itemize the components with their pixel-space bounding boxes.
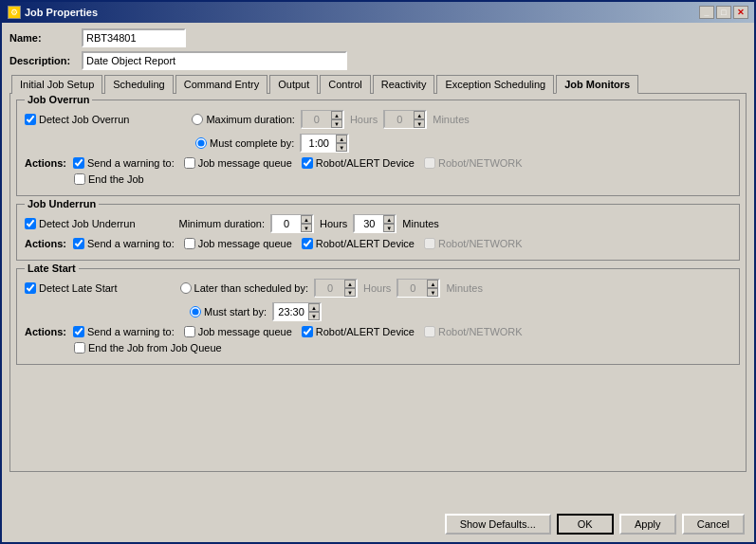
must-complete-spin-btns: ▲ ▼ [336,135,347,152]
underrun-hours-input[interactable] [272,215,301,232]
max-duration-radio-label[interactable]: Maximum duration: [192,114,295,125]
apply-button[interactable]: Apply [619,514,676,535]
underrun-robot-network-checkbox[interactable] [424,238,435,249]
overrun-minutes-unit: Minutes [433,114,470,125]
underrun-job-message-label[interactable]: Job message queue [184,238,292,249]
must-complete-down[interactable]: ▼ [336,143,347,152]
max-duration-radio[interactable] [192,114,203,125]
show-defaults-button[interactable]: Show Defaults... [445,514,551,535]
tab-reactivity[interactable]: Reactivity [373,75,435,94]
tab-scheduling[interactable]: Scheduling [104,75,173,94]
underrun-send-warning-checkbox[interactable] [73,238,84,249]
overrun-send-warning-checkbox[interactable] [73,157,84,169]
must-complete-time-input[interactable] [302,135,336,152]
tab-command-entry[interactable]: Command Entry [175,75,267,94]
must-start-time-input[interactable] [274,303,308,320]
overrun-robot-alert-checkbox[interactable] [302,157,313,169]
max-duration-hours-up[interactable]: ▲ [331,111,342,119]
underrun-hours-up[interactable]: ▲ [301,215,312,224]
late-detect-row: Detect Late Start Later than scheduled b… [25,279,731,298]
close-button[interactable]: ✕ [733,6,748,19]
later-minutes-up[interactable]: ▲ [427,280,438,288]
must-start-radio[interactable] [190,306,201,317]
desc-row: Description: [9,51,747,70]
max-duration-hours-down[interactable]: ▼ [331,119,342,128]
must-start-down[interactable]: ▼ [308,312,320,320]
underrun-minutes-input[interactable] [355,215,383,232]
underrun-robot-alert-checkbox[interactable] [302,238,313,249]
detect-underrun-checkbox[interactable] [25,218,36,229]
desc-input[interactable] [82,51,347,70]
max-duration-hours-spinner: ▲ ▼ [301,110,344,129]
cancel-button[interactable]: Cancel [682,514,745,535]
tab-control[interactable]: Control [320,75,370,94]
must-complete-up[interactable]: ▲ [336,135,347,143]
late-start-content: Detect Late Start Later than scheduled b… [25,279,731,354]
max-duration-minutes-input[interactable] [385,111,414,128]
underrun-minutes-up[interactable]: ▲ [383,215,395,224]
late-end-job-queue-text: End the Job from Job Queue [88,342,222,354]
ok-button[interactable]: OK [557,514,614,535]
late-start-group: Late Start Detect Late Start Later than … [16,268,740,365]
name-row: Name: [9,28,747,47]
late-start-title: Late Start [25,263,79,274]
overrun-end-job-checkbox[interactable] [74,173,85,185]
late-robot-network-checkbox[interactable] [424,326,435,337]
overrun-robot-alert-label[interactable]: Robot/ALERT Device [302,157,415,169]
tab-exception-scheduling[interactable]: Exception Scheduling [436,75,554,94]
overrun-job-message-checkbox[interactable] [184,157,195,169]
late-send-warning-text: Send a warning to: [87,326,175,337]
must-complete-radio[interactable] [195,137,207,149]
name-input[interactable] [82,28,186,47]
underrun-job-message-checkbox[interactable] [184,238,195,249]
tab-job-monitors[interactable]: Job Monitors [556,75,638,94]
late-robot-alert-checkbox[interactable] [302,326,313,337]
must-start-radio-label[interactable]: Must start by: [190,306,267,317]
must-complete-radio-label[interactable]: Must complete by: [195,137,294,149]
overrun-end-job-label[interactable]: End the Job [74,173,144,185]
later-hours-down[interactable]: ▼ [344,288,356,297]
must-complete-time-wrap: ▲ ▼ [300,134,349,153]
late-robot-network-text: Robot/NETWORK [438,326,523,337]
late-job-message-checkbox[interactable] [184,326,195,337]
detect-underrun-checkbox-label[interactable]: Detect Job Underrun [25,218,136,229]
late-send-warning-label[interactable]: Send a warning to: [73,326,175,337]
later-hours-up[interactable]: ▲ [344,280,356,288]
detect-late-checkbox[interactable] [25,282,36,294]
detect-overrun-checkbox-label[interactable]: Detect Job Overrun [25,114,129,125]
late-job-message-label[interactable]: Job message queue [184,326,292,337]
tab-initial-job-setup[interactable]: Initial Job Setup [11,75,102,94]
later-minutes-input[interactable] [398,280,427,297]
late-robot-network-label[interactable]: Robot/NETWORK [424,326,523,337]
must-start-up[interactable]: ▲ [308,303,320,312]
underrun-minutes-down[interactable]: ▼ [383,224,395,232]
underrun-hours-spinner: ▲ ▼ [270,214,314,233]
minimize-button[interactable]: _ [699,6,714,19]
overrun-send-warning-label[interactable]: Send a warning to: [73,157,175,169]
later-than-radio[interactable] [180,282,192,294]
must-start-time-wrap: ▲ ▼ [272,302,322,321]
late-end-job-queue-checkbox[interactable] [74,342,85,354]
later-hours-input[interactable] [316,280,344,297]
later-than-radio-label[interactable]: Later than scheduled by: [180,282,308,294]
late-robot-alert-label[interactable]: Robot/ALERT Device [302,326,415,337]
max-duration-hours-input[interactable] [303,111,331,128]
max-duration-minutes-up[interactable]: ▲ [414,111,425,119]
detect-overrun-checkbox[interactable] [25,114,36,125]
late-send-warning-checkbox[interactable] [73,326,84,337]
underrun-send-warning-label[interactable]: Send a warning to: [73,238,175,249]
underrun-job-message-text: Job message queue [198,238,292,249]
overrun-robot-network-label[interactable]: Robot/NETWORK [424,157,523,169]
later-minutes-down[interactable]: ▼ [427,288,438,297]
tab-output[interactable]: Output [269,75,318,94]
maximize-button[interactable]: □ [716,6,731,19]
underrun-robot-network-label[interactable]: Robot/NETWORK [424,238,523,249]
max-duration-hours-spin-btns: ▲ ▼ [331,111,342,128]
max-duration-minutes-down[interactable]: ▼ [414,119,425,128]
detect-late-checkbox-label[interactable]: Detect Late Start [25,282,118,294]
underrun-hours-down[interactable]: ▼ [301,224,312,232]
overrun-robot-network-checkbox[interactable] [424,157,435,169]
underrun-robot-alert-label[interactable]: Robot/ALERT Device [302,238,415,249]
late-end-job-queue-label[interactable]: End the Job from Job Queue [74,342,222,354]
overrun-job-message-label[interactable]: Job message queue [184,157,292,169]
